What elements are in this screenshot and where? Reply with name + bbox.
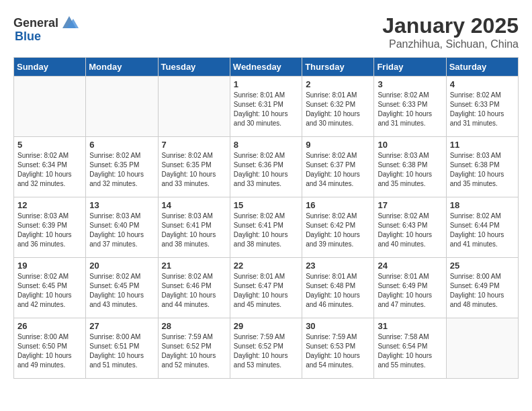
day-cell: 2Sunrise: 8:01 AMSunset: 6:32 PMDaylight… [302, 77, 374, 137]
day-cell: 8Sunrise: 8:02 AMSunset: 6:36 PMDaylight… [230, 137, 302, 197]
calendar-title: January 2025 [382, 13, 519, 38]
week-row-1: 1Sunrise: 8:01 AMSunset: 6:31 PMDaylight… [14, 77, 519, 137]
day-number: 30 [306, 321, 370, 331]
day-cell: 13Sunrise: 8:03 AMSunset: 6:40 PMDayligh… [86, 197, 158, 258]
day-number: 18 [450, 200, 515, 210]
day-cell: 11Sunrise: 8:03 AMSunset: 6:38 PMDayligh… [446, 137, 518, 197]
day-cell: 31Sunrise: 7:58 AMSunset: 6:54 PMDayligh… [374, 318, 446, 379]
day-number: 16 [306, 200, 370, 210]
day-cell: 27Sunrise: 8:00 AMSunset: 6:51 PMDayligh… [86, 318, 158, 379]
day-number: 27 [89, 321, 154, 331]
title-block: January 2025 Panzhihua, Sichuan, China [382, 13, 519, 50]
day-number: 5 [17, 140, 82, 150]
day-info: Sunrise: 8:01 AMSunset: 6:48 PMDaylight:… [306, 272, 370, 310]
day-number: 20 [89, 261, 154, 271]
day-cell: 28Sunrise: 7:59 AMSunset: 6:52 PMDayligh… [158, 318, 230, 379]
day-info: Sunrise: 8:00 AMSunset: 6:49 PMDaylight:… [450, 272, 515, 310]
day-cell [86, 77, 158, 137]
day-cell: 18Sunrise: 8:02 AMSunset: 6:44 PMDayligh… [446, 197, 518, 258]
day-number: 28 [162, 321, 226, 331]
day-info: Sunrise: 8:01 AMSunset: 6:31 PMDaylight:… [234, 91, 298, 128]
logo-blue: Blue [15, 30, 41, 44]
day-number: 22 [234, 261, 298, 271]
day-number: 25 [450, 261, 515, 271]
logo-general: General [13, 16, 58, 30]
day-info: Sunrise: 8:02 AMSunset: 6:33 PMDaylight:… [450, 91, 515, 128]
day-cell: 17Sunrise: 8:02 AMSunset: 6:43 PMDayligh… [374, 197, 446, 258]
day-number: 23 [306, 261, 370, 271]
day-cell: 30Sunrise: 7:59 AMSunset: 6:53 PMDayligh… [302, 318, 374, 379]
day-info: Sunrise: 7:59 AMSunset: 6:52 PMDaylight:… [162, 332, 226, 370]
day-cell: 5Sunrise: 8:02 AMSunset: 6:34 PMDaylight… [14, 137, 86, 197]
day-info: Sunrise: 8:03 AMSunset: 6:38 PMDaylight:… [450, 151, 515, 189]
day-info: Sunrise: 8:02 AMSunset: 6:33 PMDaylight:… [378, 91, 442, 128]
day-cell: 25Sunrise: 8:00 AMSunset: 6:49 PMDayligh… [446, 258, 518, 318]
day-cell: 23Sunrise: 8:01 AMSunset: 6:48 PMDayligh… [302, 258, 374, 318]
day-info: Sunrise: 7:58 AMSunset: 6:54 PMDaylight:… [378, 332, 442, 370]
day-number: 29 [234, 321, 298, 331]
logo: General Blue [13, 13, 79, 44]
week-row-2: 5Sunrise: 8:02 AMSunset: 6:34 PMDaylight… [14, 137, 519, 197]
weekday-friday: Friday [374, 58, 446, 77]
day-info: Sunrise: 8:02 AMSunset: 6:41 PMDaylight:… [234, 212, 298, 249]
day-number: 4 [450, 79, 515, 89]
day-info: Sunrise: 8:01 AMSunset: 6:49 PMDaylight:… [378, 272, 442, 310]
weekday-saturday: Saturday [446, 58, 518, 77]
page-header: General Blue January 2025 Panzhihua, Sic… [13, 13, 519, 50]
day-info: Sunrise: 7:59 AMSunset: 6:53 PMDaylight:… [306, 332, 370, 370]
weekday-header-row: SundayMondayTuesdayWednesdayThursdayFrid… [14, 58, 519, 77]
day-cell: 1Sunrise: 8:01 AMSunset: 6:31 PMDaylight… [230, 77, 302, 137]
day-info: Sunrise: 8:02 AMSunset: 6:45 PMDaylight:… [17, 272, 82, 310]
day-number: 19 [17, 261, 82, 271]
day-cell: 16Sunrise: 8:02 AMSunset: 6:42 PMDayligh… [302, 197, 374, 258]
day-cell: 26Sunrise: 8:00 AMSunset: 6:50 PMDayligh… [14, 318, 86, 379]
day-info: Sunrise: 8:03 AMSunset: 6:38 PMDaylight:… [378, 151, 442, 189]
day-cell: 6Sunrise: 8:02 AMSunset: 6:35 PMDaylight… [86, 137, 158, 197]
day-number: 14 [162, 200, 226, 210]
day-info: Sunrise: 8:03 AMSunset: 6:41 PMDaylight:… [162, 212, 226, 249]
day-number: 15 [234, 200, 298, 210]
day-number: 12 [17, 200, 82, 210]
day-info: Sunrise: 8:02 AMSunset: 6:43 PMDaylight:… [378, 212, 442, 249]
weekday-sunday: Sunday [14, 58, 86, 77]
day-info: Sunrise: 8:02 AMSunset: 6:35 PMDaylight:… [162, 151, 226, 189]
day-number: 21 [162, 261, 226, 271]
day-number: 13 [89, 200, 154, 210]
day-number: 7 [162, 140, 226, 150]
weekday-tuesday: Tuesday [158, 58, 230, 77]
logo-icon [60, 13, 79, 32]
day-info: Sunrise: 8:02 AMSunset: 6:42 PMDaylight:… [306, 212, 370, 249]
day-number: 26 [17, 321, 82, 331]
week-row-3: 12Sunrise: 8:03 AMSunset: 6:39 PMDayligh… [14, 197, 519, 258]
day-number: 9 [306, 140, 370, 150]
day-info: Sunrise: 8:01 AMSunset: 6:47 PMDaylight:… [234, 272, 298, 310]
weekday-wednesday: Wednesday [230, 58, 302, 77]
day-info: Sunrise: 8:02 AMSunset: 6:34 PMDaylight:… [17, 151, 82, 189]
day-info: Sunrise: 8:02 AMSunset: 6:36 PMDaylight:… [234, 151, 298, 189]
calendar-subtitle: Panzhihua, Sichuan, China [382, 38, 519, 50]
day-number: 3 [378, 79, 442, 89]
day-info: Sunrise: 8:01 AMSunset: 6:32 PMDaylight:… [306, 91, 370, 128]
day-number: 11 [450, 140, 515, 150]
day-cell: 14Sunrise: 8:03 AMSunset: 6:41 PMDayligh… [158, 197, 230, 258]
day-cell: 12Sunrise: 8:03 AMSunset: 6:39 PMDayligh… [14, 197, 86, 258]
week-row-5: 26Sunrise: 8:00 AMSunset: 6:50 PMDayligh… [14, 318, 519, 379]
day-number: 1 [234, 79, 298, 89]
day-cell: 4Sunrise: 8:02 AMSunset: 6:33 PMDaylight… [446, 77, 518, 137]
day-cell: 19Sunrise: 8:02 AMSunset: 6:45 PMDayligh… [14, 258, 86, 318]
day-cell: 22Sunrise: 8:01 AMSunset: 6:47 PMDayligh… [230, 258, 302, 318]
day-info: Sunrise: 8:00 AMSunset: 6:50 PMDaylight:… [17, 332, 82, 370]
day-cell: 7Sunrise: 8:02 AMSunset: 6:35 PMDaylight… [158, 137, 230, 197]
day-cell: 20Sunrise: 8:02 AMSunset: 6:45 PMDayligh… [86, 258, 158, 318]
day-info: Sunrise: 8:03 AMSunset: 6:40 PMDaylight:… [89, 212, 154, 249]
day-info: Sunrise: 7:59 AMSunset: 6:52 PMDaylight:… [234, 332, 298, 370]
weekday-thursday: Thursday [302, 58, 374, 77]
weekday-monday: Monday [86, 58, 158, 77]
day-cell [446, 318, 518, 379]
day-cell: 21Sunrise: 8:02 AMSunset: 6:46 PMDayligh… [158, 258, 230, 318]
day-info: Sunrise: 8:02 AMSunset: 6:35 PMDaylight:… [89, 151, 154, 189]
day-cell [14, 77, 86, 137]
day-cell [158, 77, 230, 137]
day-number: 2 [306, 79, 370, 89]
day-cell: 9Sunrise: 8:02 AMSunset: 6:37 PMDaylight… [302, 137, 374, 197]
